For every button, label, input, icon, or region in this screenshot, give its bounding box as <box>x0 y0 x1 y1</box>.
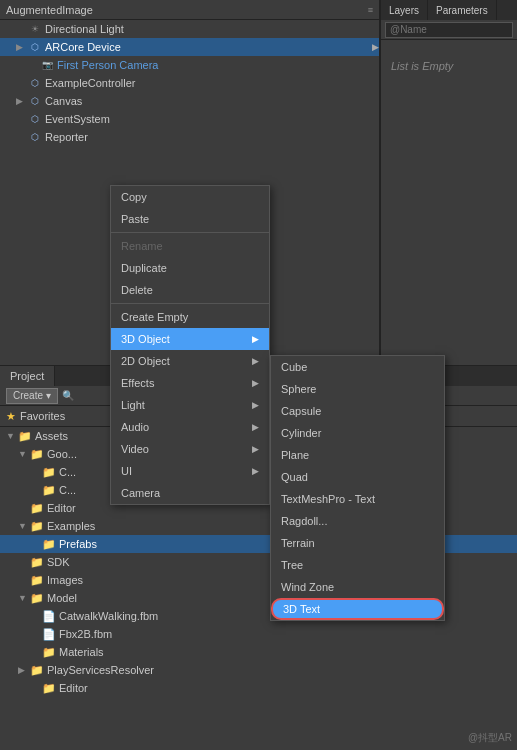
context-menu: Copy Paste Rename Duplicate Delete Creat… <box>110 185 270 505</box>
submenu-item-plane[interactable]: Plane <box>271 444 444 466</box>
menu-separator-1 <box>111 232 269 233</box>
menu-item-camera[interactable]: Camera <box>111 482 269 504</box>
tab-project-label: Project <box>10 370 44 382</box>
right-panel-tabs: Layers Parameters <box>381 0 517 20</box>
item-label: EventSystem <box>45 113 110 125</box>
tab-parameters[interactable]: Parameters <box>428 0 497 20</box>
submenu-arrow-icon: ▶ <box>252 466 259 476</box>
submenu-item-textmeshpro[interactable]: TextMeshPro - Text <box>271 488 444 510</box>
go-icon: ⬡ <box>28 76 42 90</box>
hierarchy-title: AugmentedImage <box>6 4 93 16</box>
menu-item-create-empty[interactable]: Create Empty <box>111 306 269 328</box>
arrow-icon: ▶ <box>16 96 28 106</box>
menu-item-ui-label: UI <box>121 465 132 477</box>
tab-parameters-label: Parameters <box>436 5 488 16</box>
hierarchy-header: AugmentedImage ≡ <box>0 0 379 20</box>
tree-node-materials[interactable]: 📁 Materials <box>0 643 517 661</box>
menu-item-delete[interactable]: Delete <box>111 279 269 301</box>
hierarchy-item-example-controller[interactable]: ⬡ ExampleController <box>0 74 379 92</box>
submenu-item-ragdoll-label: Ragdoll... <box>281 515 327 527</box>
submenu-arrow-icon: ▶ <box>252 334 259 344</box>
menu-item-delete-label: Delete <box>121 284 153 296</box>
tree-node-editor-2[interactable]: 📁 Editor <box>0 679 517 697</box>
item-label: First Person Camera <box>57 59 158 71</box>
name-search-input[interactable] <box>385 22 513 38</box>
arrow-icon: ▶ <box>16 42 28 52</box>
hierarchy-options[interactable]: ≡ <box>368 5 373 15</box>
submenu-item-capsule[interactable]: Capsule <box>271 400 444 422</box>
menu-item-light[interactable]: Light ▶ <box>111 394 269 416</box>
submenu-item-sphere[interactable]: Sphere <box>271 378 444 400</box>
menu-item-rename: Rename <box>111 235 269 257</box>
menu-item-2d-object[interactable]: 2D Object ▶ <box>111 350 269 372</box>
folder-icon: 📁 <box>42 484 56 497</box>
tab-layers-label: Layers <box>389 5 419 16</box>
submenu-item-cube-label: Cube <box>281 361 307 373</box>
arrow-icon: ▼ <box>18 449 30 459</box>
submenu-arrow-icon: ▶ <box>252 400 259 410</box>
menu-item-ui[interactable]: UI ▶ <box>111 460 269 482</box>
submenu-item-tree[interactable]: Tree <box>271 554 444 576</box>
submenu-item-quad[interactable]: Quad <box>271 466 444 488</box>
hierarchy-item-directional-light[interactable]: ☀ Directional Light <box>0 20 379 38</box>
node-label: Examples <box>47 520 95 532</box>
tab-project[interactable]: Project <box>0 366 55 386</box>
star-icon: ★ <box>6 410 16 423</box>
file-icon: 📄 <box>42 610 56 623</box>
folder-icon: 📁 <box>42 466 56 479</box>
menu-item-duplicate-label: Duplicate <box>121 262 167 274</box>
light-icon: ☀ <box>28 22 42 36</box>
tree-node-play-services-resolver[interactable]: ▶ 📁 PlayServicesResolver <box>0 661 517 679</box>
node-label: Images <box>47 574 83 586</box>
expand-icon: ▶ <box>372 42 379 52</box>
favorites-label: Favorites <box>20 410 65 422</box>
canvas-icon: ⬡ <box>28 94 42 108</box>
hierarchy-item-arcore-device[interactable]: ▶ ⬡ ARCore Device ▶ <box>0 38 379 56</box>
menu-item-paste-label: Paste <box>121 213 149 225</box>
submenu-item-sphere-label: Sphere <box>281 383 316 395</box>
node-label: C... <box>59 466 76 478</box>
menu-item-copy[interactable]: Copy <box>111 186 269 208</box>
node-label: Goo... <box>47 448 77 460</box>
folder-icon: 📁 <box>30 556 44 569</box>
folder-icon: 📁 <box>30 502 44 515</box>
node-label: CatwalkWalking.fbm <box>59 610 158 622</box>
hierarchy-item-first-person-camera[interactable]: 📷 First Person Camera <box>0 56 379 74</box>
hierarchy-item-reporter[interactable]: ⬡ Reporter <box>0 128 379 146</box>
menu-item-paste[interactable]: Paste <box>111 208 269 230</box>
item-label: ExampleController <box>45 77 135 89</box>
eventsystem-icon: ⬡ <box>28 112 42 126</box>
submenu-item-ragdoll[interactable]: Ragdoll... <box>271 510 444 532</box>
submenu-item-wind-zone[interactable]: Wind Zone <box>271 576 444 598</box>
watermark: @抖型AR <box>468 731 512 745</box>
list-empty-text: List is Empty <box>381 40 517 92</box>
node-label: Editor <box>47 502 76 514</box>
tab-layers[interactable]: Layers <box>381 0 428 20</box>
node-label: Fbx2B.fbm <box>59 628 112 640</box>
item-label: Canvas <box>45 95 82 107</box>
submenu-item-cylinder[interactable]: Cylinder <box>271 422 444 444</box>
menu-item-audio[interactable]: Audio ▶ <box>111 416 269 438</box>
menu-item-3d-object[interactable]: 3D Object ▶ <box>111 328 269 350</box>
menu-item-effects[interactable]: Effects ▶ <box>111 372 269 394</box>
submenu-item-quad-label: Quad <box>281 471 308 483</box>
hierarchy-item-event-system[interactable]: ⬡ EventSystem <box>0 110 379 128</box>
submenu-arrow-icon: ▶ <box>252 444 259 454</box>
tree-node-fbx2b[interactable]: 📄 Fbx2B.fbm <box>0 625 517 643</box>
menu-item-camera-label: Camera <box>121 487 160 499</box>
folder-icon: 📁 <box>18 430 32 443</box>
hierarchy-item-canvas[interactable]: ▶ ⬡ Canvas <box>0 92 379 110</box>
submenu-item-terrain[interactable]: Terrain <box>271 532 444 554</box>
file-icon: 📄 <box>42 628 56 641</box>
menu-item-duplicate[interactable]: Duplicate <box>111 257 269 279</box>
menu-item-video[interactable]: Video ▶ <box>111 438 269 460</box>
create-button[interactable]: Create ▾ <box>6 388 58 404</box>
submenu-item-cylinder-label: Cylinder <box>281 427 321 439</box>
submenu-arrow-icon: ▶ <box>252 378 259 388</box>
node-label: Assets <box>35 430 68 442</box>
submenu-item-tree-label: Tree <box>281 559 303 571</box>
arrow-icon: ▼ <box>18 593 30 603</box>
submenu-arrow-icon: ▶ <box>252 356 259 366</box>
submenu-item-cube[interactable]: Cube <box>271 356 444 378</box>
submenu-item-3d-text[interactable]: 3D Text <box>271 598 444 620</box>
